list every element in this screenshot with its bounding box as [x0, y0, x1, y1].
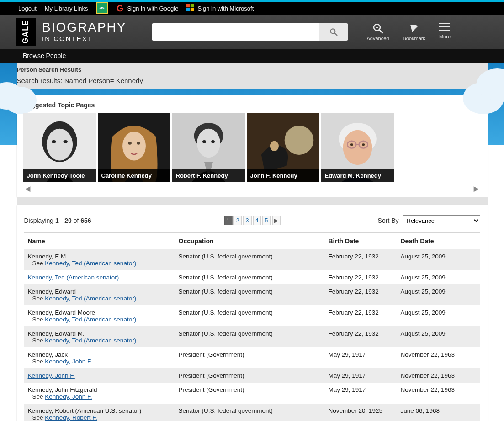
page-5[interactable]: 5 [262, 216, 271, 225]
svg-line-9 [335, 33, 337, 35]
cell-name: Kennedy, JackSee Kennedy, John F. [24, 347, 175, 368]
topic-card[interactable]: Caroline Kennedy [98, 113, 170, 182]
bookmark-button[interactable]: Bookmark [403, 23, 425, 41]
cell-death-date: August 25, 2009 [397, 270, 480, 284]
see-link[interactable]: Kennedy, Ted (American senator) [45, 260, 136, 267]
cell-occupation: President (Government) [175, 383, 325, 404]
svg-point-22 [137, 142, 140, 144]
svg-point-29 [284, 126, 313, 155]
google-signin[interactable]: Sign in with Google [116, 4, 178, 12]
carousel-prev[interactable]: ◄ [23, 184, 32, 194]
search-input[interactable] [152, 23, 319, 41]
see-link[interactable]: Kennedy, John F. [45, 393, 92, 400]
table-row: Kennedy, John FitzgeraldSee Kennedy, Joh… [24, 383, 480, 404]
more-button[interactable]: More [439, 23, 451, 39]
pagination: 12345▶ [224, 216, 280, 225]
page-2[interactable]: 2 [233, 216, 242, 225]
cell-name: Kennedy, Edward MooreSee Kennedy, Ted (A… [24, 305, 175, 326]
cell-occupation: Senator (U.S. federal government) [175, 305, 325, 326]
library-links[interactable]: My Library Links [45, 5, 88, 12]
svg-point-16 [46, 129, 72, 161]
cell-name: Kennedy, John F. [24, 368, 175, 383]
cell-name: Kennedy, E.M.See Kennedy, Ted (American … [24, 249, 175, 270]
table-row: Kennedy, JackSee Kennedy, John F.Preside… [24, 347, 480, 368]
table-row: Kennedy, Edward MooreSee Kennedy, Ted (A… [24, 305, 480, 326]
see-link[interactable]: Kennedy, Ted (American senator) [45, 316, 136, 323]
page-3[interactable]: 3 [243, 216, 251, 225]
brand-title: BIOGRAPHY [42, 21, 126, 34]
page-title: Person Search Results [17, 66, 483, 73]
svg-point-38 [362, 143, 365, 146]
see-reference: See Kennedy, John F. [32, 358, 171, 365]
see-link[interactable]: Kennedy, John F. [45, 358, 92, 365]
search-bar [152, 23, 348, 41]
svg-point-25 [197, 129, 220, 158]
cell-name: Kennedy, EdwardSee Kennedy, Ted (America… [24, 284, 175, 305]
sub-nav: Browse People [0, 49, 504, 63]
page-1[interactable]: 1 [224, 216, 232, 225]
cell-death-date: August 25, 2009 [397, 305, 480, 326]
topic-card[interactable]: Edward M. Kennedy [321, 113, 394, 182]
svg-line-11 [380, 30, 382, 33]
cell-name: Kennedy, John FitzgeraldSee Kennedy, Joh… [24, 383, 175, 404]
col-occupation[interactable]: Occupation [175, 233, 325, 249]
svg-point-27 [211, 140, 215, 143]
cell-death-date: November 22, 1963 [397, 383, 480, 404]
page-next[interactable]: ▶ [272, 216, 280, 225]
table-row: Kennedy, E.M.See Kennedy, Ted (American … [24, 249, 480, 270]
person-name: Kennedy, Robert (American U.S. senator) [28, 407, 142, 414]
google-classroom-icon[interactable] [96, 2, 108, 14]
svg-point-33 [343, 130, 372, 165]
person-name: Kennedy, Edward [28, 288, 76, 295]
logout-link[interactable]: Logout [18, 5, 37, 12]
svg-point-21 [127, 142, 131, 144]
search-button[interactable] [319, 23, 348, 41]
cell-death-date: August 25, 2009 [397, 326, 480, 347]
see-link[interactable]: Kennedy, Ted (American senator) [45, 295, 136, 302]
browse-people-link[interactable]: Browse People [23, 52, 66, 59]
col-death-date[interactable]: Death Date [397, 233, 480, 249]
advanced-search-button[interactable]: Advanced [366, 23, 389, 41]
hamburger-icon [439, 23, 450, 31]
results-toolbar: Displaying 1 - 20 of 656 12345▶ Sort By … [24, 212, 480, 233]
topic-card[interactable]: Robert F. Kennedy [172, 113, 245, 182]
table-row: Kennedy, Robert (American U.S. senator)S… [24, 404, 480, 421]
brand-block[interactable]: GALE BIOGRAPHY IN CONTEXT [16, 18, 126, 46]
microsoft-icon [186, 4, 195, 12]
svg-point-3 [103, 8, 105, 9]
see-reference: See Kennedy, Ted (American senator) [32, 295, 171, 302]
sort-label: Sort By [378, 217, 399, 224]
main-header: GALE BIOGRAPHY IN CONTEXT Advanced Bookm… [0, 15, 504, 49]
col-birth-date[interactable]: Birth Date [325, 233, 397, 249]
see-reference: See Kennedy, Ted (American senator) [32, 337, 171, 344]
cell-birth-date: February 22, 1932 [325, 249, 397, 270]
svg-rect-5 [191, 4, 194, 7]
svg-point-26 [202, 140, 206, 143]
carousel-next[interactable]: ► [472, 184, 481, 194]
person-link[interactable]: Kennedy, Ted (American senator) [28, 274, 119, 281]
table-row: Kennedy, Ted (American senator)Senator (… [24, 270, 480, 284]
search-icon [329, 27, 338, 37]
topic-card[interactable]: John Kennedy Toole [23, 113, 96, 182]
see-link[interactable]: Kennedy, Ted (American senator) [45, 337, 136, 344]
suggested-topics-title: Suggested Topic Pages [23, 101, 481, 109]
cell-death-date: August 25, 2009 [397, 249, 480, 270]
google-icon [116, 4, 124, 12]
cell-death-date: August 25, 2009 [397, 284, 480, 305]
microsoft-signin[interactable]: Sign in with Microsoft [186, 4, 254, 12]
advanced-label: Advanced [366, 36, 389, 41]
bookmark-label: Bookmark [403, 36, 425, 41]
see-link[interactable]: Kennedy, Robert F. [45, 414, 97, 421]
sort-select[interactable]: Relevance [403, 215, 480, 226]
bookmark-icon [409, 23, 419, 34]
topic-card[interactable]: John F. Kennedy [247, 113, 319, 182]
person-name: Kennedy, Edward M. [28, 330, 85, 337]
cell-birth-date: May 29, 1917 [325, 347, 397, 368]
svg-point-30 [270, 141, 278, 151]
cell-occupation: Senator (U.S. federal government) [175, 404, 325, 421]
table-row: Kennedy, EdwardSee Kennedy, Ted (America… [24, 284, 480, 305]
page-4[interactable]: 4 [253, 216, 261, 225]
displaying-text: Displaying 1 - 20 of 656 [24, 217, 91, 224]
col-name[interactable]: Name [24, 233, 175, 249]
person-link[interactable]: Kennedy, John F. [28, 372, 75, 379]
